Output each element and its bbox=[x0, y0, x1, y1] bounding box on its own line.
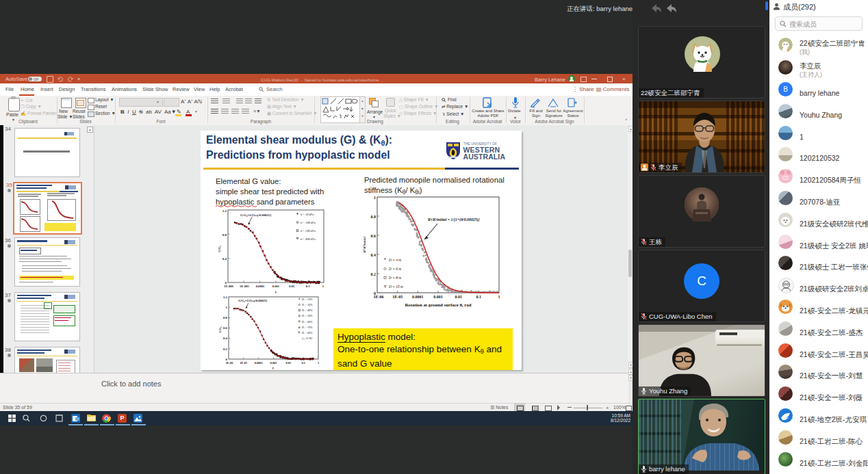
svg-text:σ′= 200 kPa: σ′= 200 kPa bbox=[301, 229, 316, 233]
svg-text:0.001: 0.001 bbox=[270, 361, 277, 365]
svg-text:D = 8 m: D = 8 m bbox=[388, 276, 401, 280]
svg-text:G/G₀: G/G₀ bbox=[218, 246, 221, 252]
svg-text:D = 6 m: D = 6 m bbox=[388, 267, 401, 271]
svg-text:σ′= 50 kPa: σ′= 50 kPa bbox=[301, 213, 314, 216]
svg-text:σ′= 100 kPa: σ′= 100 kPa bbox=[301, 221, 316, 224]
svg-text:Rotation at ground surface θ,: Rotation at ground surface θ, rad bbox=[405, 302, 471, 307]
svg-text:1E-05: 1E-05 bbox=[392, 295, 403, 299]
svg-text:1E-06: 1E-06 bbox=[226, 361, 234, 365]
svg-text:0.4: 0.4 bbox=[222, 257, 227, 261]
svg-text:G/G₀=1/(1+γ/0.00025): G/G₀=1/(1+γ/0.00025) bbox=[240, 213, 271, 217]
svg-text:Kᵇ/Kᵇ initial: Kᵇ/Kᵇ initial bbox=[363, 237, 366, 254]
svg-text:G/G₀=1/(1+γ/0.00025): G/G₀=1/(1+γ/0.00025) bbox=[238, 299, 268, 302]
svg-text:1: 1 bbox=[322, 285, 324, 288]
svg-text:Dᵣ = 40%: Dᵣ = 40% bbox=[301, 309, 313, 312]
svg-text:0.2: 0.2 bbox=[223, 347, 228, 351]
svg-text:1.2: 1.2 bbox=[223, 295, 228, 299]
svg-text:0.1: 0.1 bbox=[476, 295, 482, 299]
svg-text:Dᵣ = 30%: Dᵣ = 30% bbox=[301, 304, 313, 306]
svg-text:1: 1 bbox=[226, 306, 228, 309]
svg-text:Dᵣ = 80%: Dᵣ = 80% bbox=[301, 332, 313, 334]
svg-text:1E-005: 1E-005 bbox=[240, 285, 249, 288]
svg-text:0.4: 0.4 bbox=[223, 337, 228, 340]
svg-text:0.8: 0.8 bbox=[371, 215, 376, 219]
svg-text:Dᵣ = 20%: Dᵣ = 20% bbox=[301, 298, 313, 301]
svg-text:Kᵇ/Kᵇ initial = 1/[1+(θ/0.0002: Kᵇ/Kᵇ initial = 1/[1+(θ/0.00025)] bbox=[427, 218, 480, 222]
svg-text:0.01: 0.01 bbox=[455, 295, 462, 299]
svg-text:1: 1 bbox=[498, 295, 500, 299]
svg-text:0.0001: 0.0001 bbox=[255, 361, 263, 365]
svg-text:G/G₀: G/G₀ bbox=[218, 326, 222, 333]
svg-text:0.8: 0.8 bbox=[223, 316, 228, 319]
svg-text:1.2: 1.2 bbox=[222, 209, 227, 213]
svg-text:1: 1 bbox=[318, 361, 319, 365]
svg-text:0.0001: 0.0001 bbox=[412, 295, 424, 299]
svg-text:0.01: 0.01 bbox=[289, 285, 295, 288]
svg-text:0.6: 0.6 bbox=[371, 234, 376, 238]
svg-text:0.1: 0.1 bbox=[302, 361, 305, 365]
svg-text:0.01: 0.01 bbox=[286, 361, 292, 365]
svg-text:0.001: 0.001 bbox=[433, 295, 443, 299]
svg-text:0.2: 0.2 bbox=[371, 272, 376, 276]
svg-text:0.6: 0.6 bbox=[223, 326, 228, 330]
svg-text:1E-06: 1E-06 bbox=[374, 295, 384, 299]
svg-text:0.4: 0.4 bbox=[371, 253, 376, 257]
svg-text:0.1: 0.1 bbox=[306, 285, 310, 288]
svg-text:D = 4 m: D = 4 m bbox=[388, 258, 401, 262]
svg-text:γ: γ bbox=[272, 366, 275, 369]
svg-text:1E-05: 1E-05 bbox=[240, 361, 247, 365]
svg-text:0.8: 0.8 bbox=[222, 233, 227, 237]
svg-text:1E-006: 1E-006 bbox=[224, 285, 233, 288]
svg-text:Dᵣ = 70%: Dᵣ = 70% bbox=[301, 326, 313, 329]
svg-text:e′₀=0.762: e′₀=0.762 bbox=[302, 337, 312, 340]
svg-text:0.001: 0.001 bbox=[272, 285, 280, 288]
svg-text:0.0001: 0.0001 bbox=[256, 285, 265, 288]
svg-text:Dᵣ = 50%: Dᵣ = 50% bbox=[301, 315, 313, 317]
svg-text:D = 10 m: D = 10 m bbox=[388, 285, 403, 289]
svg-text:σ′= 400 kPa: σ′= 400 kPa bbox=[301, 237, 316, 241]
svg-text:1: 1 bbox=[374, 196, 376, 200]
svg-text:Dᵣ = 60%: Dᵣ = 60% bbox=[301, 321, 313, 324]
